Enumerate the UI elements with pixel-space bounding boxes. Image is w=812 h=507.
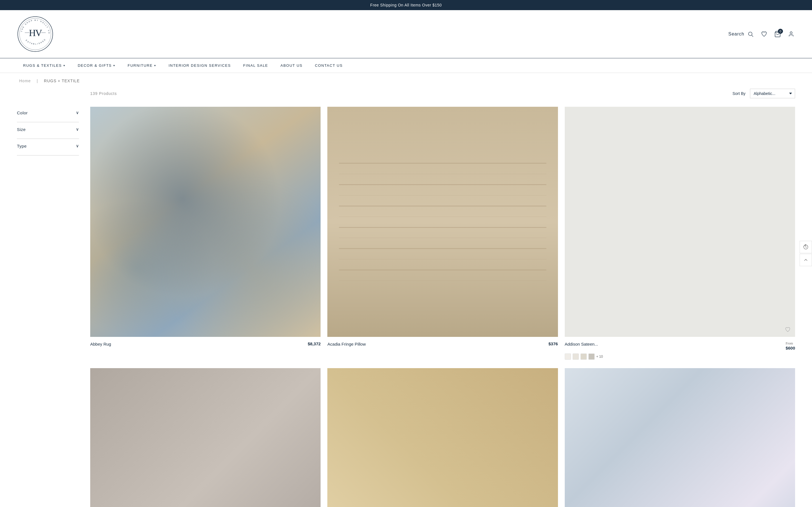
- product-image-acadia: [327, 107, 558, 337]
- product-price: $600: [786, 346, 795, 350]
- product-image-abbey: [90, 107, 320, 337]
- nav-rugs-textiles[interactable]: RUGS & TEXTILES ▾: [17, 58, 71, 73]
- header: HV THE SHOP BY HOLLY VOLPE ESTABLISHED 2…: [0, 10, 812, 58]
- product-image-addison: [565, 107, 795, 337]
- scroll-top-icon[interactable]: [800, 254, 812, 266]
- cart-icon[interactable]: 0: [774, 30, 781, 38]
- main-content: Color ∨ Size ∨ Type ∨ 139 Products Sort …: [0, 89, 812, 507]
- breadcrumb-area: Home | RUGS + TEXTILE: [0, 73, 812, 89]
- product-price-from: From: [786, 341, 795, 346]
- product-info: Abbey Rug $8,372: [90, 341, 320, 347]
- nav-furniture[interactable]: FURNITURE ▾: [121, 58, 162, 73]
- products-area: 139 Products Sort By Alphabetic... Abbey…: [90, 89, 795, 507]
- logo-icon[interactable]: HV THE SHOP BY HOLLY VOLPE ESTABLISHED 2…: [17, 16, 54, 52]
- product-card-partial-3[interactable]: [565, 368, 795, 507]
- svg-line-8: [752, 35, 753, 37]
- chevron-down-icon: ▾: [154, 64, 156, 67]
- color-swatches: + 10: [565, 353, 795, 360]
- svg-point-10: [790, 32, 792, 34]
- products-count: 139 Products: [90, 91, 117, 96]
- breadcrumb: Home | RUGS + TEXTILE: [17, 78, 795, 83]
- breadcrumb-current: RUGS + TEXTILE: [44, 78, 80, 83]
- cart-badge: 0: [778, 29, 783, 34]
- product-image-partial3: [565, 368, 795, 507]
- product-name: Acadia Fringe Pillow: [327, 341, 366, 347]
- filter-color-header[interactable]: Color ∨: [17, 110, 79, 117]
- product-info: Acadia Fringe Pillow $376: [327, 341, 558, 347]
- filter-group-size: Size ∨: [17, 122, 79, 139]
- filter-group-type: Type ∨: [17, 139, 79, 156]
- history-icon[interactable]: [800, 241, 812, 253]
- chevron-down-icon: ∨: [76, 110, 79, 115]
- logo-area[interactable]: HV THE SHOP BY HOLLY VOLPE ESTABLISHED 2…: [17, 16, 54, 52]
- product-name: Addison Sateen...: [565, 341, 598, 347]
- header-actions: Search 0: [728, 30, 795, 38]
- product-card-acadia-pillow[interactable]: Acadia Fringe Pillow $376: [327, 107, 558, 360]
- sidebar-filters: Color ∨ Size ∨ Type ∨: [17, 89, 79, 507]
- products-toolbar: 139 Products Sort By Alphabetic...: [90, 89, 795, 98]
- breadcrumb-separator: |: [37, 78, 38, 83]
- promo-banner: Free Shipping On All Items Over $150: [0, 0, 812, 10]
- search-icon[interactable]: [747, 30, 755, 38]
- search-label: Search: [728, 32, 744, 37]
- product-price-wrapper: From $600: [786, 341, 795, 351]
- product-grid: Abbey Rug $8,372: [90, 107, 795, 507]
- nav-decor-gifts[interactable]: DECOR & GIFTS ▾: [71, 58, 121, 73]
- account-icon[interactable]: [787, 30, 795, 38]
- nav-interior-design[interactable]: INTERIOR DESIGN SERVICES: [162, 58, 237, 73]
- floating-sidebar: [800, 241, 812, 266]
- search-area[interactable]: Search: [728, 30, 755, 38]
- svg-point-7: [749, 32, 752, 36]
- product-card-addison-sateen[interactable]: Addison Sateen... From $600 + 10: [565, 107, 795, 360]
- product-image-partial1: [90, 368, 320, 507]
- chevron-down-icon: ▾: [63, 64, 65, 67]
- chevron-down-icon: ▾: [113, 64, 115, 67]
- wishlist-icon[interactable]: [784, 326, 792, 334]
- product-price: $8,372: [308, 341, 320, 346]
- product-name: Abbey Rug: [90, 341, 111, 347]
- filter-type-header[interactable]: Type ∨: [17, 144, 79, 151]
- breadcrumb-home[interactable]: Home: [17, 78, 35, 83]
- product-image-partial2: [327, 368, 558, 507]
- wishlist-icon[interactable]: [760, 30, 768, 38]
- nav-about-us[interactable]: ABOUT US: [274, 58, 309, 73]
- promo-text: Free Shipping On All Items Over $150: [370, 3, 442, 7]
- filter-size-header[interactable]: Size ∨: [17, 127, 79, 134]
- product-card-abbey-rug[interactable]: Abbey Rug $8,372: [90, 107, 320, 360]
- filter-group-color: Color ∨: [17, 106, 79, 122]
- product-info: Addison Sateen... From $600: [565, 341, 795, 351]
- navigation: RUGS & TEXTILES ▾ DECOR & GIFTS ▾ FURNIT…: [0, 58, 812, 73]
- nav-contact-us[interactable]: CONTACT US: [309, 58, 349, 73]
- nav-final-sale[interactable]: FINAL SALE: [237, 58, 274, 73]
- product-price: $376: [548, 341, 558, 346]
- color-swatch[interactable]: [589, 353, 595, 360]
- sort-select[interactable]: Alphabetic...: [750, 89, 795, 98]
- chevron-down-icon: ∨: [76, 144, 79, 149]
- product-card-partial-1[interactable]: [90, 368, 320, 507]
- sort-label: Sort By: [732, 91, 746, 96]
- svg-text:HV: HV: [29, 27, 42, 38]
- color-swatch[interactable]: [580, 353, 587, 360]
- color-swatch[interactable]: [565, 353, 571, 360]
- color-swatch[interactable]: [573, 353, 579, 360]
- product-card-partial-2[interactable]: [327, 368, 558, 507]
- chevron-down-icon: ∨: [76, 127, 79, 132]
- swatch-more-label: + 10: [596, 355, 603, 358]
